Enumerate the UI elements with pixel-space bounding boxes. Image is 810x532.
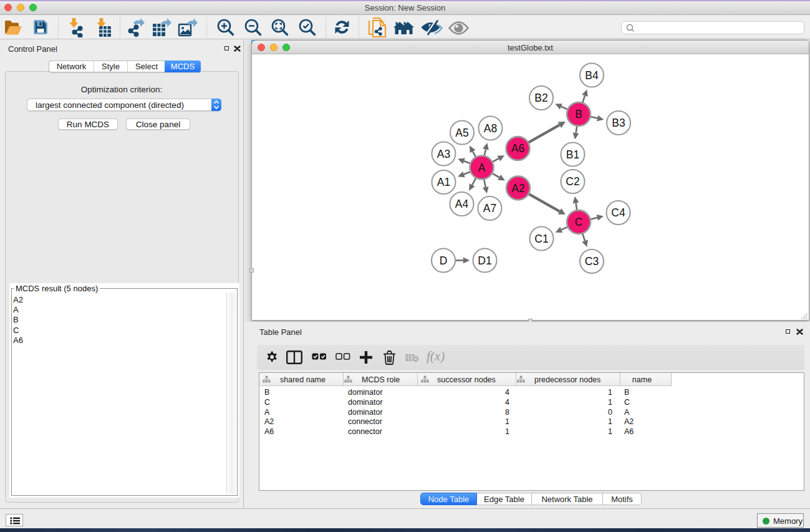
svg-text:C: C [575,216,583,228]
svg-text:A3: A3 [437,148,450,160]
svg-text:D1: D1 [478,254,491,267]
svg-text:B4: B4 [585,69,599,82]
svg-text:A4: A4 [455,198,469,210]
svg-text:C1: C1 [534,233,548,245]
svg-text:B3: B3 [612,117,625,129]
svg-text:A7: A7 [483,202,496,215]
svg-text:A8: A8 [484,122,497,135]
svg-text:A: A [478,162,486,174]
svg-text:D: D [440,254,448,267]
svg-text:A1: A1 [437,176,450,188]
svg-text:C3: C3 [585,255,599,268]
svg-text:C4: C4 [611,206,625,219]
svg-text:B2: B2 [534,92,547,104]
svg-text:A5: A5 [455,127,468,139]
svg-text:B: B [575,108,582,120]
svg-text:B1: B1 [566,148,579,161]
svg-text:C2: C2 [566,175,579,188]
svg-text:A2: A2 [511,182,524,195]
svg-text:A6: A6 [511,142,524,155]
